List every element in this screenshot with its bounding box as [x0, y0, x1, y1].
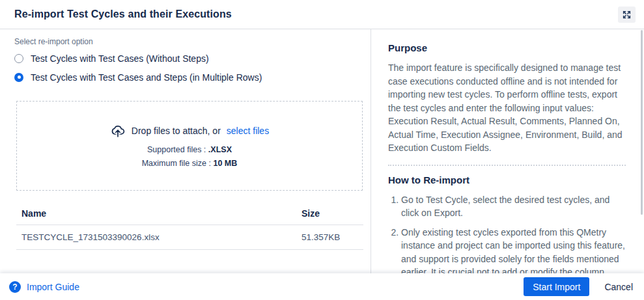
drop-prompt: Drop files to attach, or [132, 126, 221, 136]
radio-option-without-steps[interactable]: Test Cycles with Test Cases (Without Ste… [14, 51, 363, 65]
radio-unselected-icon [14, 54, 23, 63]
help-panel-scrollbar[interactable] [641, 30, 643, 215]
dialog-footer: Import Guide Start Import Cancel [0, 273, 644, 300]
import-guide-label: Import Guide [27, 282, 79, 292]
column-header-size: Size [296, 202, 363, 225]
help-question-icon [9, 281, 21, 293]
radio-option-label: Test Cycles with Test Cases and Steps (i… [31, 72, 262, 83]
import-panel: Select re-import option Test Cycles with… [0, 29, 371, 273]
footer-actions: Start Import Cancel [524, 277, 633, 296]
fullscreen-expand-icon [622, 10, 632, 20]
howto-step: Only existing test cycles exported from … [401, 226, 626, 274]
upload-cloud-icon [110, 123, 126, 139]
column-header-name: Name [16, 202, 296, 225]
import-guide-link[interactable]: Import Guide [9, 281, 79, 293]
start-import-button[interactable]: Start Import [524, 277, 589, 296]
help-panel: Purpose The import feature is specifical… [371, 29, 644, 273]
table-header-row: Name Size [16, 202, 363, 225]
dialog-body: Select re-import option Test Cycles with… [0, 29, 644, 273]
radio-option-label: Test Cycles with Test Cases (Without Ste… [31, 53, 209, 64]
dotted-divider [388, 165, 626, 166]
purpose-text: The import feature is specifically desig… [388, 61, 626, 155]
dialog-header: Re-import Test Cycles and their Executio… [0, 0, 644, 29]
select-files-link[interactable]: select files [227, 126, 269, 136]
file-dropzone[interactable]: Drop files to attach, or select files Su… [16, 101, 363, 191]
reimport-option-label: Select re-import option [14, 37, 363, 46]
purpose-heading: Purpose [388, 42, 626, 53]
howto-steps-list: Go to Test Cycle, select the desired tes… [388, 193, 626, 274]
max-size-note: Maximum file size : 10 MB [142, 158, 238, 169]
howto-step: Go to Test Cycle, select the desired tes… [401, 193, 626, 220]
expand-button[interactable] [618, 7, 636, 23]
reimport-dialog: Re-import Test Cycles and their Executio… [0, 0, 644, 300]
supported-files-note: Supported files : .XLSX [147, 144, 232, 155]
radio-option-multiple-rows[interactable]: Test Cycles with Test Cases and Steps (i… [14, 70, 363, 84]
dialog-title: Re-import Test Cycles and their Executio… [14, 8, 232, 20]
file-size-cell: 51.357KB [296, 225, 363, 250]
uploaded-files-table: Name Size TESTCYCLE_1731503390026.xlsx 5… [16, 202, 363, 250]
cancel-button[interactable]: Cancel [604, 282, 633, 292]
radio-selected-icon [14, 73, 23, 82]
table-row: TESTCYCLE_1731503390026.xlsx 51.357KB [16, 225, 363, 250]
howto-heading: How to Re-import [388, 174, 626, 185]
file-name-cell: TESTCYCLE_1731503390026.xlsx [16, 225, 296, 250]
